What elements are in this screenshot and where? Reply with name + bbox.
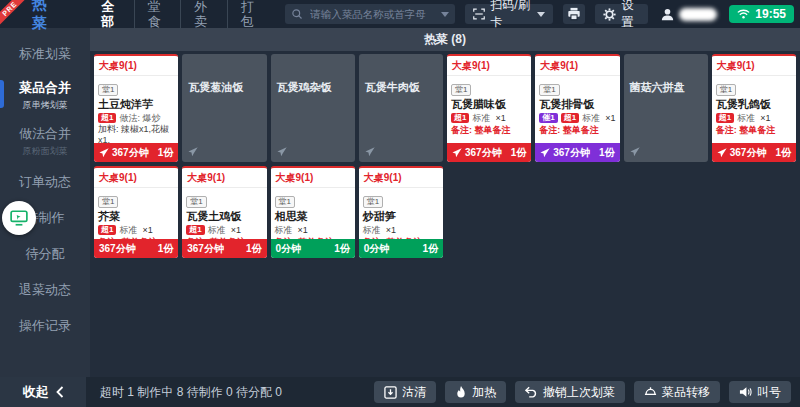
overtime-badge: 超1 [186,225,204,235]
overtime-badge: 超1 [98,225,116,235]
portion-count: 1份 [775,146,791,160]
dish-name: 相思菜 [275,210,351,223]
overtime-badge: 超1 [716,113,734,123]
spec-value: 爆炒 [142,113,160,123]
sidebar-item-label: 操作记录 [19,317,71,335]
sidebar-item-订单动态[interactable]: 订单动态 [0,164,90,200]
rocket-icon [365,147,375,157]
undo-icon [525,386,538,398]
sidebar-item-label: 订单动态 [19,173,71,191]
table-label: 大桌9(1) [94,56,178,76]
sidebar-item-做法合并[interactable]: 做法合并原粉面划菜 [0,118,90,164]
quantity: ×1 [386,225,396,235]
dish-card[interactable]: 大桌9(1)堂1土豆炖洋芋超1做法: 爆炒加料: 辣椒x1,花椒x1,八角x1 … [94,54,178,162]
table-label: 大桌9(1) [359,168,443,188]
spec-value: 标准 [208,225,226,235]
撤销上次划菜-button[interactable]: 撤销上次划菜 [515,381,625,403]
card-footer: 367分钟1份 [182,239,266,258]
sidebar-item-标准划菜[interactable]: 标准划菜 [0,36,90,72]
collapse-label: 收起 [23,383,49,401]
叫号-button[interactable]: 叫号 [729,381,791,403]
沽清-button[interactable]: 沽清 [374,381,436,403]
dish-card[interactable]: 大桌9(1)堂1炒甜笋标准×1备注: 整单备注0分钟1份 [359,166,443,258]
sidebar-item-菜品合并[interactable]: 菜品合并原串烤划菜 [0,72,90,118]
dish-card-soldout[interactable]: 瓦煲牛肉饭 [359,54,443,162]
dish-card[interactable]: 大桌9(1)堂1瓦煲乳鸽饭超1标准×1备注: 整单备注367分钟1份 [712,54,796,162]
tab-打包[interactable]: 打包 [227,0,274,29]
wifi-icon [737,9,750,19]
dish-card[interactable]: 大桌9(1)堂1相思菜标准×1备注: 整单备注0分钟1份 [271,166,355,258]
settings-button[interactable]: 设置 [595,4,648,24]
dish-name: 瓦煲乳鸽饭 [716,98,792,111]
transfer-icon [644,386,657,399]
overtime-badge: 超1 [451,113,469,123]
菜品转移-button[interactable]: 菜品转移 [634,381,720,403]
search-input[interactable] [308,7,436,21]
dish-card[interactable]: 大桌9(1)堂1瓦煲腊味饭超1标准×1备注: 整单备注367分钟1份 [447,54,531,162]
sidebar-item-label: 标准划菜 [19,45,71,63]
urge-badge: 催1 [539,113,557,123]
card-body: 堂1芥菜超1标准×1备注: 整单备注 [94,188,178,239]
card-footer: 0分钟1份 [359,239,443,258]
dish-card-soldout[interactable]: 瓦煲鸡杂饭 [271,54,355,162]
spec-line: 超1标准×1 [716,113,792,124]
card-footer: 367分钟1份 [447,143,531,162]
print-button[interactable] [563,4,586,24]
card-footer: 367分钟1份 [94,143,178,162]
note-line: 备注: 整单备注 [539,125,615,136]
dish-card[interactable]: 大桌9(1)堂1芥菜超1标准×1备注: 整单备注367分钟1份 [94,166,178,258]
button-label: 沽清 [402,384,426,401]
portion-count: 1份 [334,242,350,256]
channel-tag: 堂1 [716,84,736,96]
card-footer: 367分钟1份 [94,239,178,258]
top-bar: PRE 热菜 全部堂食外卖打包 扫码/刷卡 设置 1 [0,0,800,28]
dish-card[interactable]: 大桌9(1)堂1瓦煲排骨饭催1超1标准×1备注: 整单备注367分钟1份 [535,54,619,162]
tab-堂食[interactable]: 堂食 [134,0,181,29]
dish-name: 菌菇六拼盘 [624,54,708,95]
category-header: 热菜 (8) [90,28,800,51]
elapsed-time-text: 367分钟 [465,146,502,160]
search-box[interactable] [285,4,455,24]
scan-pay-button[interactable]: 扫码/刷卡 [465,4,552,24]
spec-value: 标准 [363,225,381,235]
sidebar-item-退菜动态[interactable]: 退菜动态 [0,272,90,308]
settings-label: 设置 [621,0,640,31]
spec-value: 标准 [275,225,293,235]
elapsed-time: 0分钟 [276,242,302,256]
tab-全部[interactable]: 全部 [88,0,134,29]
queue-status: 超时 1 制作中 8 待制作 0 待分配 0 [100,384,282,401]
clock-badge: 19:55 [729,5,794,23]
quantity: ×1 [495,113,505,123]
tab-外卖[interactable]: 外卖 [180,0,227,29]
sidebar-item-待分配[interactable]: 待分配 [0,236,90,272]
elapsed-time: 367分钟 [717,146,767,160]
call-icon [739,386,752,398]
note-line: 备注: 整单备注 [451,125,527,136]
spec-line: 超1做法: 爆炒 [98,113,174,124]
elapsed-time: 367分钟 [452,146,502,160]
rocket-icon [188,147,198,157]
spec-value: 标准 [119,225,137,235]
rocket-icon [717,148,727,158]
overtime-badge: 超1 [98,113,116,123]
dish-card-soldout[interactable]: 菌菇六拼盘 [624,54,708,162]
card-body: 堂1瓦煲乳鸽饭超1标准×1备注: 整单备注 [712,76,796,143]
order-tabs: 全部堂食外卖打包 [88,6,273,22]
dish-name: 炒甜笋 [363,210,439,223]
加热-button[interactable]: 加热 [445,381,506,403]
collapse-button[interactable]: 收起 [0,377,86,407]
search-caret-icon[interactable] [441,12,449,17]
dish-card[interactable]: 大桌9(1)堂1瓦煲土鸡饭超1标准×1备注: 整单备注367分钟1份 [182,166,266,258]
dish-name: 瓦煲排骨饭 [539,98,615,111]
kds-float-button[interactable] [2,201,36,235]
rocket-icon [630,147,640,157]
sidebar-item-操作记录[interactable]: 操作记录 [0,308,90,344]
user-menu[interactable] [660,7,717,22]
card-body: 堂1瓦煲土鸡饭超1标准×1备注: 整单备注 [182,188,266,239]
sidebar-item-待制作[interactable]: 待制作 [0,200,90,236]
dish-card-soldout[interactable]: 瓦煲葱油饭 [182,54,266,162]
elapsed-time: 367分钟 [99,242,136,256]
table-label: 大桌9(1) [94,168,178,188]
button-label: 菜品转移 [662,384,710,401]
portion-count: 1份 [422,242,438,256]
